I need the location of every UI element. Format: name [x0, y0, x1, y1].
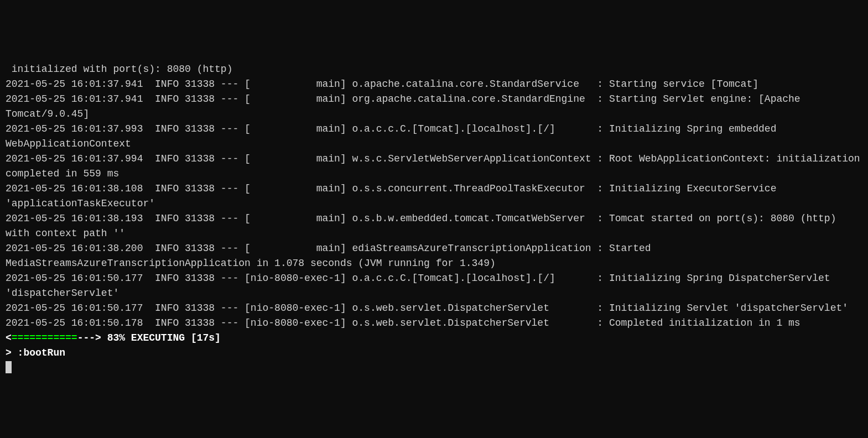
log-line: 2021-05-25 16:01:38.108 INFO 31338 --- […: [6, 183, 782, 209]
progress-filled: ===========: [12, 332, 77, 343]
progress-bar: <===========---> 83% EXECUTING [17s]: [6, 332, 221, 343]
log-line: 2021-05-25 16:01:38.200 INFO 31338 --- […: [6, 243, 657, 269]
task-name: :bootRun: [18, 347, 65, 358]
terminal-output[interactable]: initialized with port(s): 8080 (http) 20…: [6, 62, 862, 376]
task-prompt: >: [6, 347, 18, 358]
log-line: 2021-05-25 16:01:37.994 INFO 31338 --- […: [6, 153, 866, 179]
log-line: initialized with port(s): 8080 (http): [6, 64, 232, 75]
log-line: 2021-05-25 16:01:38.193 INFO 31338 --- […: [6, 213, 842, 239]
log-line: 2021-05-25 16:01:37.941 INFO 31338 --- […: [6, 79, 758, 90]
gradle-task-line: > :bootRun: [6, 347, 65, 358]
log-line: 2021-05-25 16:01:50.178 INFO 31338 --- […: [6, 317, 801, 328]
log-line: 2021-05-25 16:01:50.177 INFO 31338 --- […: [6, 303, 848, 314]
log-line: 2021-05-25 16:01:37.993 INFO 31338 --- […: [6, 123, 782, 149]
log-line: 2021-05-25 16:01:37.941 INFO 31338 --- […: [6, 93, 806, 119]
log-line: 2021-05-25 16:01:50.177 INFO 31338 --- […: [6, 273, 836, 299]
progress-percent: 83% EXECUTING [17s]: [107, 332, 221, 343]
terminal-cursor: [6, 361, 12, 373]
bar-bracket-open: <: [6, 332, 12, 343]
progress-remaining: --->: [77, 332, 107, 343]
